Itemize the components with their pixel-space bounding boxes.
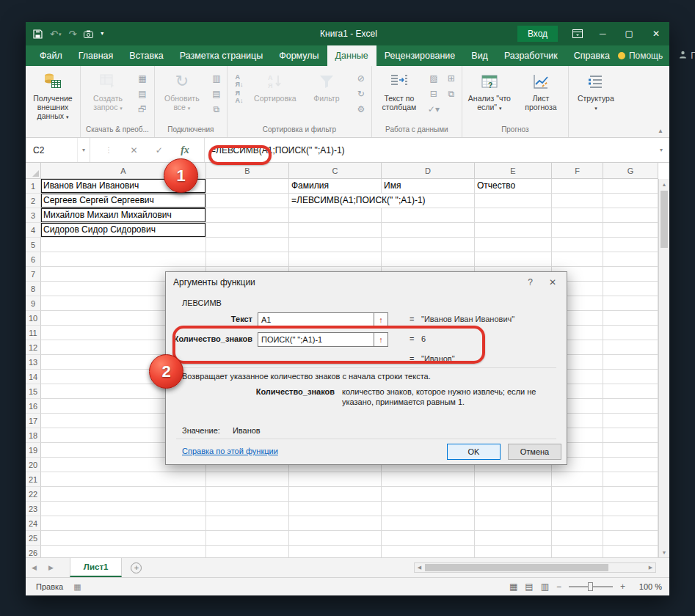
row-header-25[interactable]: 25 <box>26 531 41 546</box>
create-query-button[interactable]: Создать запрос ▾ <box>83 69 133 111</box>
cell-C1[interactable]: Фамилия <box>289 179 382 194</box>
cell-E4[interactable] <box>475 223 552 238</box>
cell-D4[interactable] <box>382 223 475 238</box>
cell-B6[interactable] <box>206 252 289 267</box>
row-header-10[interactable]: 10 <box>26 311 41 326</box>
horizontal-scrollbar[interactable]: ◀ ▶ <box>414 562 656 573</box>
data-validation-icon[interactable]: ✓▾ <box>426 103 442 116</box>
cell-B22[interactable] <box>206 487 289 502</box>
signin-button[interactable]: Вход <box>517 26 558 42</box>
relationships-icon[interactable]: ⧉ <box>443 87 459 100</box>
cell-G4[interactable] <box>603 223 658 238</box>
page-layout-view-icon[interactable]: ▤ <box>525 582 533 592</box>
cell-A6[interactable] <box>41 252 206 267</box>
what-if-analysis-button[interactable]: ? Анализ "что если" ▾ <box>465 69 514 111</box>
advanced-filter-icon[interactable]: ⚙︎ <box>353 103 369 116</box>
cell-G11[interactable] <box>603 326 658 340</box>
cell-F21[interactable] <box>552 472 603 487</box>
properties-icon[interactable]: ▤ <box>208 87 225 100</box>
normal-view-icon[interactable]: ▦ <box>509 582 517 592</box>
ribbon-tab-Рецензирование[interactable]: Рецензирование <box>376 45 464 66</box>
cell-D21[interactable] <box>382 472 475 487</box>
cell-G22[interactable] <box>603 487 658 502</box>
scroll-right-icon[interactable]: ▶ <box>646 563 655 572</box>
scroll-left-icon[interactable]: ◀ <box>415 563 424 572</box>
sort-za-icon[interactable]: ЯА↓ <box>230 89 249 104</box>
cell-E2[interactable] <box>475 194 552 208</box>
cell-G15[interactable] <box>603 384 658 399</box>
vertical-scrollbar[interactable]: ▲ ▼ <box>658 179 669 557</box>
cell-D3[interactable] <box>382 208 475 223</box>
cell-C23[interactable] <box>289 502 382 516</box>
row-header-20[interactable]: 20 <box>26 458 41 472</box>
prev-sheet-icon[interactable]: ◀ <box>26 564 43 571</box>
row-header-7[interactable]: 7 <box>26 267 41 282</box>
cell-B23[interactable] <box>206 502 289 516</box>
ribbon-tab-Вставка[interactable]: Вставка <box>121 45 171 66</box>
row-header-21[interactable]: 21 <box>26 472 41 487</box>
row-header-9[interactable]: 9 <box>26 296 41 311</box>
cell-G26[interactable] <box>603 546 658 557</box>
row-header-5[interactable]: 5 <box>26 238 41 252</box>
cell-A25[interactable] <box>41 531 206 546</box>
dialog-titlebar[interactable]: Аргументы функции ? ✕ <box>166 272 567 293</box>
horizontal-scroll-thumb[interactable] <box>425 564 608 571</box>
row-header-18[interactable]: 18 <box>26 428 41 443</box>
row-header-14[interactable]: 14 <box>26 370 41 384</box>
cell-G18[interactable] <box>603 428 658 443</box>
confirm-entry-icon[interactable]: ✓ <box>156 145 163 155</box>
cell-E5[interactable] <box>475 238 552 252</box>
cell-F2[interactable] <box>552 194 603 208</box>
zoom-slider[interactable] <box>569 586 613 587</box>
zoom-slider-knob[interactable] <box>588 582 593 591</box>
structure-button[interactable]: Структура▾ <box>571 69 621 111</box>
close-button[interactable]: ✕ <box>643 22 669 45</box>
cell-G9[interactable] <box>603 296 658 311</box>
cell-F22[interactable] <box>552 487 603 502</box>
cell-A2[interactable]: Сергеев Сергей Сергеевич <box>41 194 206 208</box>
new-sheet-button[interactable]: + <box>131 562 142 573</box>
ribbon-tab-Вид[interactable]: Вид <box>463 45 496 66</box>
row-header-24[interactable]: 24 <box>26 516 41 531</box>
column-header-C[interactable]: C <box>289 163 382 179</box>
cell-A23[interactable] <box>41 502 206 516</box>
cell-B1[interactable] <box>206 179 289 194</box>
cell-F26[interactable] <box>552 546 603 557</box>
ribbon-tab-Главная[interactable]: Главная <box>70 45 122 66</box>
ribbon-tab-Данные[interactable]: Данные <box>327 45 376 66</box>
row-header-6[interactable]: 6 <box>26 252 41 267</box>
flash-fill-icon[interactable]: ▨ <box>426 72 442 85</box>
row-header-4[interactable]: 4 <box>26 223 41 238</box>
cell-G19[interactable] <box>603 443 658 458</box>
cell-E23[interactable] <box>475 502 552 516</box>
name-box-dropdown-icon[interactable]: ▾ <box>77 138 90 162</box>
cell-D25[interactable] <box>382 531 475 546</box>
select-all-corner[interactable] <box>26 163 41 179</box>
row-header-3[interactable]: 3 <box>26 208 41 223</box>
cell-F6[interactable] <box>552 252 603 267</box>
cell-B4[interactable] <box>206 223 289 238</box>
cell-G12[interactable] <box>603 340 658 355</box>
dialog-close-icon[interactable]: ✕ <box>549 277 556 287</box>
cell-B5[interactable] <box>206 238 289 252</box>
cell-B24[interactable] <box>206 516 289 531</box>
cell-E22[interactable] <box>475 487 552 502</box>
show-queries-icon[interactable]: ▦ <box>134 72 150 85</box>
scroll-up-icon[interactable]: ▲ <box>659 179 669 189</box>
cell-G24[interactable] <box>603 516 658 531</box>
row-header-19[interactable]: 19 <box>26 443 41 458</box>
cell-G8[interactable] <box>603 282 658 296</box>
cell-A26[interactable] <box>41 546 206 557</box>
cell-C5[interactable] <box>289 238 382 252</box>
cell-C26[interactable] <box>289 546 382 557</box>
cell-A24[interactable] <box>41 516 206 531</box>
scroll-down-icon[interactable]: ▼ <box>659 547 669 557</box>
cell-G17[interactable] <box>603 414 658 428</box>
refresh-all-button[interactable]: ↻ Обновить все ▾ <box>157 69 207 111</box>
sort-button[interactable]: АЯ Сортировка <box>250 69 300 103</box>
text-to-columns-button[interactable]: Текст по столбцам <box>374 69 424 111</box>
row-header-12[interactable]: 12 <box>26 340 41 355</box>
row-header-26[interactable]: 26 <box>26 546 41 557</box>
collapse-ribbon-icon[interactable]: ▲ <box>658 128 663 134</box>
filter-button[interactable]: Фильтр <box>302 69 352 103</box>
